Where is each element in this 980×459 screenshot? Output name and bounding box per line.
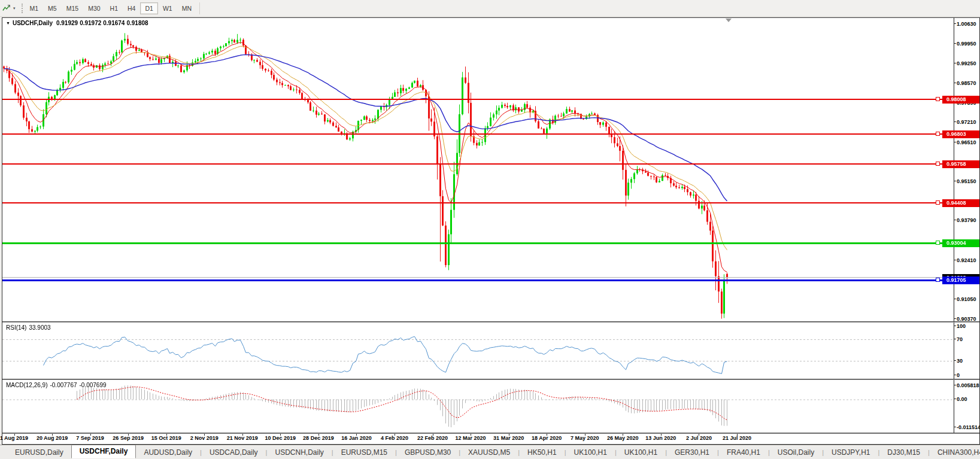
tab-audusd-daily[interactable]: AUDUSD,Daily <box>136 446 200 458</box>
tab-uk100-h1[interactable]: UK100,H1 <box>617 446 665 458</box>
date-axis-label: 21 Nov 2019 <box>227 435 258 441</box>
date-axis-label: 2 Nov 2019 <box>190 435 219 441</box>
tab-ger30-h1[interactable]: GER30,H1 <box>667 446 717 458</box>
date-axis-tick <box>433 434 433 436</box>
price-axis-tick: 0.92410 <box>957 257 976 263</box>
hline-0.96803[interactable] <box>2 133 954 135</box>
hline-0.98008[interactable] <box>2 99 954 100</box>
hline-handle[interactable] <box>936 162 940 166</box>
tab-usdchf-daily[interactable]: USDCHF,Daily <box>71 445 136 458</box>
date-axis-label: 7 May 2020 <box>571 435 599 441</box>
price-axis-tick: 0.96510 <box>957 139 976 145</box>
date-axis-label: 7 Sep 2019 <box>76 435 104 441</box>
date-axis-label: 26 Sep 2019 <box>113 435 144 441</box>
rsi-axis-tick: 0 <box>957 372 960 378</box>
hline-0.94408[interactable] <box>2 202 954 203</box>
macd-main-value: -0.007767 <box>50 382 77 388</box>
date-axis-label: 20 Aug 2019 <box>37 435 68 441</box>
date-axis-tick <box>52 434 53 436</box>
tab-china300-h4[interactable]: CHINA300,H4 <box>930 446 980 458</box>
pane-divider-rsi-macd[interactable] <box>2 379 979 380</box>
chart-title: ▼USDCHF,Daily 0.919290.919720.916740.918… <box>6 20 150 26</box>
date-axis-tick <box>661 434 662 436</box>
tab-dj30-m15[interactable]: DJ30,M15 <box>879 446 928 458</box>
ohlc-open: 0.91929 <box>56 20 78 26</box>
date-axis-label: 28 Dec 2019 <box>303 435 334 441</box>
hline-handle[interactable] <box>936 278 940 282</box>
toolbar-dropdown-caret-icon[interactable]: ▾ <box>13 6 16 11</box>
date-axis-tick <box>14 434 15 436</box>
timeframe-w1[interactable]: W1 <box>158 2 177 14</box>
hline-price-label: 0.94408 <box>942 199 979 207</box>
tab-hk50-h1[interactable]: HK50,H1 <box>520 446 565 458</box>
timeframe-m30[interactable]: M30 <box>83 2 105 14</box>
chart-shift-marker-icon[interactable] <box>726 19 732 22</box>
tab-usdcnh-daily[interactable]: USDCNH,Daily <box>267 446 331 458</box>
date-axis-tick <box>356 434 357 436</box>
date-axis-label: 26 May 2020 <box>607 435 639 441</box>
hline-price-label: 0.95758 <box>942 160 979 168</box>
timeframe-buttons: M1M5M15M30H1H4D1W1MN <box>25 0 196 16</box>
hline-handle[interactable] <box>936 200 940 205</box>
hline-0.91705[interactable] <box>2 279 954 281</box>
hline-handle[interactable] <box>936 97 940 101</box>
ohlc-low: 0.91674 <box>103 20 125 26</box>
chart-symbol: USDCHF,Daily <box>13 20 53 26</box>
chart-tabs: EURUSD,DailyUSDCHF,DailyAUDUSD,Daily|USD… <box>0 445 980 459</box>
rsi-pane-canvas[interactable] <box>2 323 954 379</box>
ohlc-high: 0.91972 <box>80 20 101 26</box>
timeframe-h4[interactable]: H4 <box>123 2 140 14</box>
hline-handle[interactable] <box>936 132 940 136</box>
date-axis-tick <box>318 434 319 436</box>
pane-divider-main-rsi[interactable] <box>2 321 979 323</box>
tab-eurusd-m15[interactable]: EURUSD,M15 <box>333 446 395 458</box>
date-axis-label: 22 Feb 2020 <box>417 435 448 441</box>
macd-axis-tick: -0.011514 <box>957 424 980 430</box>
tab-uk100-h1[interactable]: UK100,H1 <box>566 446 615 458</box>
hline-price-label: 0.96803 <box>942 130 979 138</box>
hline-price-label: 0.98008 <box>942 96 979 104</box>
timeframe-m5[interactable]: M5 <box>43 2 62 14</box>
tab-fra40-h1[interactable]: FRA40,H1 <box>719 446 768 458</box>
tab-usdjpy-h1[interactable]: USDJPY,H1 <box>824 446 878 458</box>
bid-price-line <box>2 277 954 278</box>
rsi-axis-tick: 30 <box>957 358 963 364</box>
date-axis-label: 10 Dec 2019 <box>265 435 296 441</box>
price-axis-tick: 0.95150 <box>957 178 976 184</box>
date-axis-label: 2 Jul 2020 <box>686 435 712 441</box>
macd-axis-tick: 0.00 <box>957 396 967 402</box>
collapse-indicator-icon[interactable]: ▼ <box>6 21 10 25</box>
rsi-value: 33.9003 <box>29 324 50 331</box>
date-axis-tick <box>395 434 395 436</box>
date-axis-tick <box>128 434 129 436</box>
timeframe-m15[interactable]: M15 <box>62 2 83 14</box>
hline-0.93004[interactable] <box>2 242 954 244</box>
price-axis-tick: 0.99950 <box>957 41 976 47</box>
chart-tool-icon[interactable] <box>2 4 11 13</box>
timeframe-h1[interactable]: H1 <box>105 2 123 14</box>
hline-0.95758[interactable] <box>2 163 954 165</box>
macd-signal-value: -0.007699 <box>80 382 107 388</box>
price-axis-tick: 0.99250 <box>957 60 976 66</box>
date-axis-tick <box>623 434 623 436</box>
main-chart-canvas[interactable] <box>2 18 954 321</box>
timeframe-m1[interactable]: M1 <box>25 2 44 14</box>
date-axis-tick <box>471 434 471 436</box>
toolbar-grip[interactable] <box>22 4 23 13</box>
pane-divider-macd-dates <box>2 433 979 434</box>
ohlc-close: 0.91808 <box>126 20 148 26</box>
tab-gbpusd-m30[interactable]: GBPUSD,M30 <box>397 446 459 458</box>
tab-usdcad-daily[interactable]: USDCAD,Daily <box>202 446 266 458</box>
macd-pane-canvas[interactable] <box>2 380 954 433</box>
hline-price-label: 0.93004 <box>942 239 979 247</box>
date-axis-tick <box>166 434 167 436</box>
price-axis-tick: 0.97210 <box>957 119 976 125</box>
hline-handle[interactable] <box>936 241 940 245</box>
tab-eurusd-daily[interactable]: EURUSD,Daily <box>7 446 71 458</box>
timeframe-mn[interactable]: MN <box>177 2 196 14</box>
toolbar-separator <box>199 2 200 14</box>
tab-usoil-daily[interactable]: USOil,Daily <box>770 446 822 458</box>
rsi-name: RSI(14) <box>6 324 26 331</box>
tab-xauusd-m5[interactable]: XAUUSD,M5 <box>460 446 518 458</box>
timeframe-d1[interactable]: D1 <box>140 2 157 14</box>
